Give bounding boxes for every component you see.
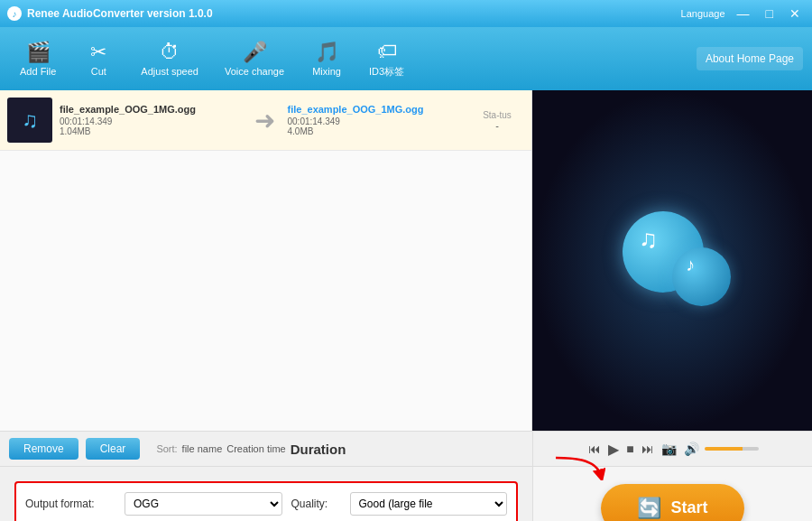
start-button[interactable]: 🔄 Start [601, 484, 743, 522]
maximize-btn[interactable]: □ [761, 5, 778, 23]
toolbar: 🎬 Add File ✂ Cut ⏱ Adjust speed 🎤 Voice … [0, 27, 812, 90]
source-file-name: file_example_OOG_1MG.ogg [60, 104, 243, 115]
sort-duration[interactable]: Duration [291, 442, 346, 457]
titlebar-controls: Language — □ ✕ [681, 5, 805, 23]
bottom-right: 🔄 Start Shut Down After format conversio… [532, 467, 812, 521]
start-label: Start [670, 498, 707, 517]
preview-panel: ♫ ♪ [532, 90, 812, 431]
bottom-area: Output format: OGG Quality: Good (large … [0, 467, 812, 521]
source-file-size: 1.04MB [60, 126, 243, 136]
main-area: ♫ file_example_OOG_1MG.ogg 00:01:14.349 … [0, 90, 812, 431]
controls-main: Remove Clear Sort: file name Creation ti… [0, 431, 532, 467]
refresh-icon: 🔄 [637, 497, 661, 520]
bottom-left: Output format: OGG Quality: Good (large … [0, 467, 532, 521]
sort-area: Sort: file name Creation time Duration [156, 442, 523, 457]
id3tag-icon: 🏷 [377, 40, 397, 63]
titlebar-left: ♪ Renee AudioConverter version 1.0.0 [7, 6, 213, 21]
titlebar: ♪ Renee AudioConverter version 1.0.0 Lan… [0, 0, 812, 27]
output-file-info: file_example_OOG_1MG.ogg 00:01:14.349 4.… [288, 104, 471, 136]
adjustspeed-label: Adjust speed [141, 66, 198, 77]
status-label: Sta-tus [470, 110, 524, 120]
music-note-icon: ♫ [22, 107, 38, 133]
file-list-panel: ♫ file_example_OOG_1MG.ogg 00:01:14.349 … [0, 90, 532, 431]
player-screenshot-button[interactable]: 📷 [660, 440, 678, 458]
output-file-name: file_example_OOG_1MG.ogg [288, 104, 471, 115]
clear-button[interactable]: Clear [86, 438, 141, 460]
status-area: Sta-tus - [470, 110, 524, 131]
file-thumbnail: ♫ [7, 98, 52, 143]
player-volume-button[interactable]: 🔊 [682, 440, 701, 458]
about-home-link[interactable]: About Home Page [697, 47, 803, 71]
status-value: - [470, 120, 524, 131]
player-play-button[interactable]: ▶ [606, 439, 621, 460]
toolbar-item-voicechange[interactable]: 🎤 Voice change [214, 36, 295, 81]
arrow-icon: ➜ [254, 106, 275, 135]
settings-panel: Output format: OGG Quality: Good (large … [14, 481, 518, 521]
app-icon: ♪ [7, 6, 22, 21]
output-format-select[interactable]: OGG [125, 492, 282, 516]
voicechange-icon: 🎤 [243, 41, 267, 64]
table-row[interactable]: ♫ file_example_OOG_1MG.ogg 00:01:14.349 … [0, 90, 531, 151]
minimize-btn[interactable]: — [733, 5, 754, 23]
player-next-button[interactable]: ⏭ [640, 440, 656, 458]
music-bubble-small [672, 247, 731, 306]
id3tag-label: ID3标签 [369, 65, 404, 79]
conversion-arrow: ➜ [243, 106, 288, 135]
controls-section: Remove Clear Sort: file name Creation ti… [0, 431, 812, 467]
volume-slider[interactable] [705, 447, 759, 451]
mixing-icon: 🎵 [315, 41, 339, 64]
format-row: Output format: OGG Quality: Good (large … [25, 492, 507, 516]
remove-button[interactable]: Remove [9, 438, 78, 460]
music-note-icon-2: ♪ [686, 255, 695, 275]
close-btn[interactable]: ✕ [785, 5, 805, 23]
adjustspeed-icon: ⏱ [160, 41, 180, 64]
arrow-svg [551, 453, 605, 480]
source-file-info: file_example_OOG_1MG.ogg 00:01:14.349 1.… [60, 104, 243, 136]
toolbar-item-adjustspeed[interactable]: ⏱ Adjust speed [130, 36, 209, 81]
arrow-indicator [551, 453, 605, 483]
sort-label: Sort: [156, 443, 177, 454]
output-file-size: 4.0MB [288, 126, 471, 136]
preview-visual: ♫ ♪ [532, 90, 812, 431]
quality-select[interactable]: Good (large file [350, 492, 508, 516]
output-file-duration: 00:01:14.349 [288, 116, 471, 126]
sort-filename[interactable]: file name [182, 443, 223, 454]
addfile-icon: 🎬 [26, 41, 51, 64]
quality-label: Quality: [291, 498, 341, 510]
source-file-duration: 00:01:14.349 [60, 116, 243, 126]
addfile-label: Add File [20, 66, 56, 77]
toolbar-item-id3tag[interactable]: 🏷 ID3标签 [358, 35, 415, 83]
music-note-icon-1: ♫ [639, 225, 658, 254]
cut-icon: ✂ [90, 41, 106, 64]
output-format-label: Output format: [25, 498, 115, 510]
toolbar-left: 🎬 Add File ✂ Cut ⏱ Adjust speed 🎤 Voice … [9, 35, 415, 83]
file-list-content: ♫ file_example_OOG_1MG.ogg 00:01:14.349 … [0, 90, 531, 431]
music-icon-large: ♫ ♪ [604, 202, 740, 320]
toolbar-item-mixing[interactable]: 🎵 Mixing [300, 36, 354, 81]
mixing-label: Mixing [312, 66, 341, 77]
toolbar-item-addfile[interactable]: 🎬 Add File [9, 36, 67, 81]
voicechange-label: Voice change [225, 66, 284, 77]
player-stop-button[interactable]: ■ [624, 440, 635, 458]
cut-label: Cut [91, 66, 106, 77]
language-label: Language [681, 8, 725, 19]
toolbar-item-cut[interactable]: ✂ Cut [71, 36, 125, 81]
sort-creation-time[interactable]: Creation time [226, 443, 285, 454]
app-title: Renee AudioConverter version 1.0.0 [27, 7, 213, 20]
